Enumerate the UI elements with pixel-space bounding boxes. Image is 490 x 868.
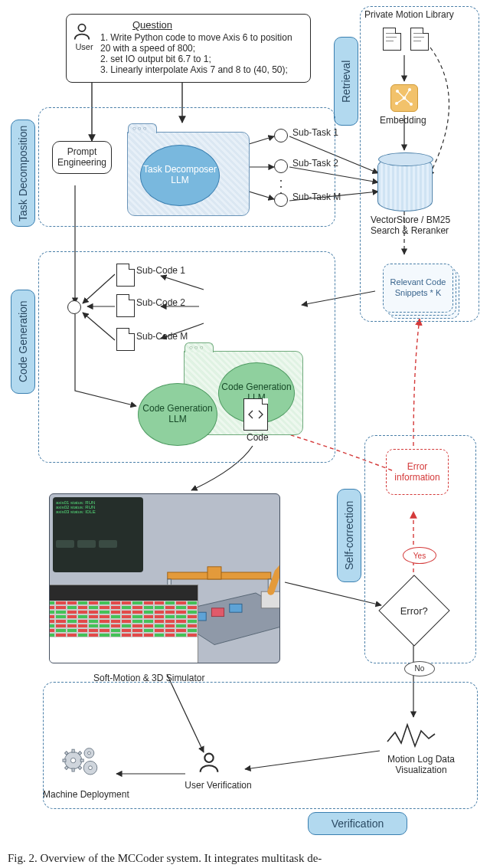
gears-icon (60, 745, 109, 786)
section-verification: Verification (308, 812, 407, 835)
subcode-label: Sub-Code M (136, 331, 188, 342)
no-badge: No (404, 660, 435, 676)
vectorstore-label: VectorStore / BM25 Search & Reranker (371, 215, 455, 236)
user-icon (71, 21, 97, 42)
yes-badge: Yes (403, 547, 436, 564)
subcode-label: Sub-Code 2 (136, 297, 185, 308)
subcode-file (116, 328, 135, 351)
user-block: User (71, 21, 97, 51)
svg-point-22 (89, 766, 93, 770)
error-info-box: Error information (386, 449, 449, 495)
deploy-label: Machine Deployment (43, 789, 129, 800)
svg-point-20 (70, 758, 75, 762)
svg-rect-26 (72, 768, 74, 771)
subtask-node (274, 129, 288, 142)
code-file-icon (243, 398, 268, 431)
motion-log-label: Motion Log Data Visualization (375, 754, 467, 775)
section-self-correction: Self-correction (337, 489, 361, 582)
question-title: Question (132, 19, 304, 31)
prompt-eng: Prompt Engineering (52, 141, 112, 174)
svg-rect-28 (80, 759, 83, 762)
subcode-file (116, 264, 135, 287)
section-retrieval: Retrieval (334, 37, 358, 126)
motion-log-icon (386, 720, 430, 754)
subcode-label: Sub-Code 1 (136, 265, 185, 276)
vectorstore-icon (377, 156, 433, 211)
svg-rect-16 (211, 608, 224, 617)
svg-point-3 (78, 25, 85, 31)
subtask-label: Sub-Task 1 (292, 127, 338, 138)
question-line: 3. Linearly interpolate Axis 7 and 8 to … (100, 64, 304, 75)
simulator-graphic: axis01 status: RUN axis02 status: RUN ax… (49, 493, 280, 663)
question-line: 1. Write Python code to move Axis 6 to p… (100, 32, 304, 54)
library-title: Private Motion Library (364, 9, 454, 20)
section-task-decomp: Task Decomposition (11, 120, 35, 227)
subtask-label: Sub-Task 2 (292, 158, 338, 169)
user-icon (196, 749, 233, 775)
section-code-gen: Code Generation (11, 290, 35, 394)
codegen-llm: Code Generation LLM (138, 383, 217, 446)
subtask-node (274, 159, 288, 173)
error-diamond: Error? (389, 585, 439, 636)
simulator-label: Soft-Motion & 3D Simulator (93, 673, 204, 683)
figure-caption: Fig. 2. Overview of the MCCoder system. … (0, 852, 490, 865)
snippets-label: Relevant Code Snippets * K (383, 264, 453, 313)
subtask-node (274, 193, 288, 207)
svg-rect-13 (207, 567, 221, 579)
svg-point-24 (88, 752, 91, 755)
decomposer-llm: Task Decomposer LLM (140, 145, 220, 206)
question-line: 2. set IO output bit 6.7 to 1; (100, 54, 304, 64)
subtask-label: Sub-Task M (292, 192, 341, 202)
user-verif-block (196, 749, 233, 775)
merge-node (67, 300, 81, 314)
subcode-file (116, 294, 135, 317)
decomposer-folder: ○○○ Task Decomposer LLM (127, 132, 250, 216)
svg-rect-27 (63, 759, 66, 762)
user-verif-label: User Verification (184, 780, 253, 791)
doc-icon (410, 28, 429, 51)
code-label: Code (247, 432, 269, 443)
svg-rect-17 (230, 604, 242, 612)
doc-icon (383, 28, 401, 51)
user-label: User (71, 42, 97, 51)
embedding-icon (390, 84, 418, 112)
embedding-label: Embedding (380, 115, 426, 126)
svg-point-18 (204, 754, 213, 762)
svg-rect-25 (72, 749, 74, 752)
